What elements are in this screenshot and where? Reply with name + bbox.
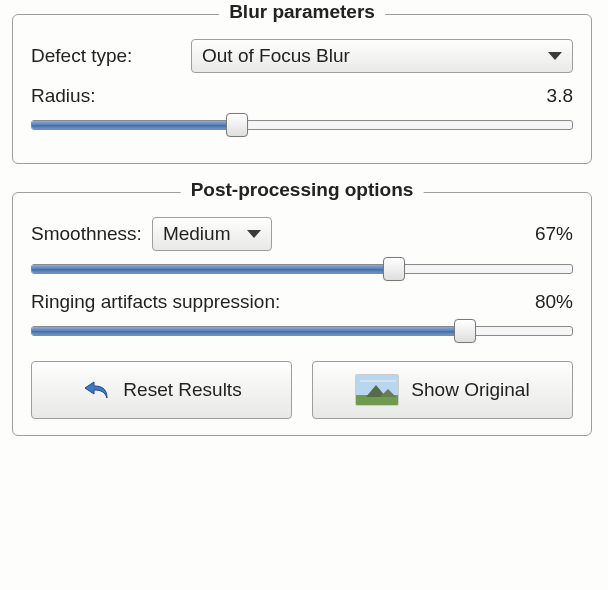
smoothness-selected: Medium xyxy=(163,223,231,245)
smoothness-track xyxy=(31,264,573,274)
radius-track xyxy=(31,120,573,130)
blur-parameters-title: Blur parameters xyxy=(219,1,385,23)
ringing-value: 80% xyxy=(535,291,573,313)
smoothness-thumb[interactable] xyxy=(383,257,405,281)
radius-slider[interactable] xyxy=(31,113,573,137)
ringing-slider[interactable] xyxy=(31,319,573,343)
show-original-label: Show Original xyxy=(411,379,529,401)
radius-value: 3.8 xyxy=(547,85,573,107)
undo-icon xyxy=(81,378,111,402)
ringing-track xyxy=(31,326,573,336)
smoothness-label: Smoothness: xyxy=(31,223,142,245)
smoothness-row: Smoothness: Medium 67% xyxy=(31,217,573,251)
ringing-thumb[interactable] xyxy=(454,319,476,343)
defect-type-row: Defect type: Out of Focus Blur xyxy=(31,39,573,73)
image-thumbnail-icon xyxy=(355,374,399,406)
smoothness-fill xyxy=(32,265,394,273)
post-processing-title: Post-processing options xyxy=(181,179,424,201)
defect-type-label: Defect type: xyxy=(31,45,191,67)
smoothness-select[interactable]: Medium xyxy=(152,217,272,251)
ringing-label: Ringing artifacts suppression: xyxy=(31,291,280,313)
defect-type-select[interactable]: Out of Focus Blur xyxy=(191,39,573,73)
radius-row: Radius: 3.8 xyxy=(31,85,573,107)
svg-rect-2 xyxy=(360,380,396,382)
smoothness-value: 67% xyxy=(535,223,573,245)
ringing-fill xyxy=(32,327,464,335)
radius-fill xyxy=(32,121,237,129)
button-row: Reset Results Show Original xyxy=(31,361,573,419)
reset-results-button[interactable]: Reset Results xyxy=(31,361,292,419)
radius-label: Radius: xyxy=(31,85,95,107)
radius-thumb[interactable] xyxy=(226,113,248,137)
ringing-row: Ringing artifacts suppression: 80% xyxy=(31,291,573,313)
defect-type-selected: Out of Focus Blur xyxy=(202,45,350,67)
show-original-button[interactable]: Show Original xyxy=(312,361,573,419)
chevron-down-icon xyxy=(548,52,562,60)
reset-results-label: Reset Results xyxy=(123,379,241,401)
smoothness-slider[interactable] xyxy=(31,257,573,281)
chevron-down-icon xyxy=(247,230,261,238)
post-processing-panel: Post-processing options Smoothness: Medi… xyxy=(12,192,592,436)
blur-parameters-panel: Blur parameters Defect type: Out of Focu… xyxy=(12,14,592,164)
